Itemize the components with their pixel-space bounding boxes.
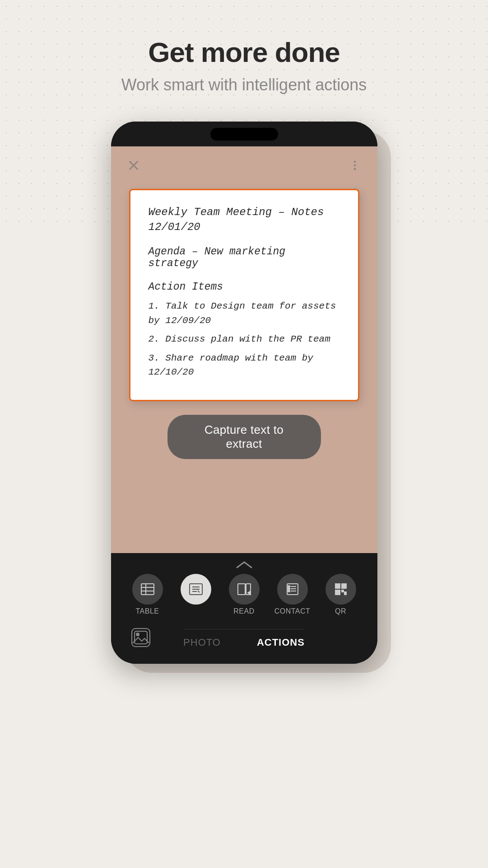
table-icon-bg	[132, 574, 163, 605]
capture-button[interactable]: Capture text to extract	[167, 415, 321, 459]
contact-label: CONTACT	[274, 607, 311, 615]
svg-rect-15	[238, 584, 245, 595]
main-title: Get more done	[121, 36, 367, 68]
chevron-up	[111, 553, 377, 574]
tab-actions[interactable]: ACTIONS	[257, 637, 305, 648]
qr-icon-bg	[325, 574, 356, 605]
svg-rect-32	[344, 592, 346, 595]
phone-mockup: A Weekly Team Meeting – Notes 12/01/20 A…	[111, 122, 377, 664]
icon-read[interactable]: READ	[225, 574, 263, 615]
more-button[interactable]	[345, 155, 365, 175]
doc-date: 12/01/20	[149, 221, 340, 233]
svg-rect-30	[336, 591, 339, 594]
phone-bottom-bar: TABLE	[111, 553, 377, 664]
svg-marker-17	[248, 591, 251, 595]
doc-agenda: Agenda – New marketing strategy	[149, 246, 340, 269]
text-icon-bg	[181, 574, 211, 605]
table-label: TABLE	[136, 607, 159, 615]
gallery-button[interactable]	[129, 626, 153, 651]
bottom-icons-row: TABLE	[111, 574, 377, 620]
icon-table[interactable]: TABLE	[128, 574, 167, 615]
phone-frame: A Weekly Team Meeting – Notes 12/01/20 A…	[111, 122, 377, 664]
svg-point-22	[288, 586, 290, 587]
read-icon-bg	[229, 574, 260, 605]
phone-notch	[210, 128, 278, 141]
svg-point-4	[353, 168, 356, 170]
close-button[interactable]	[124, 155, 144, 175]
phone-top-bar	[111, 122, 377, 146]
svg-rect-28	[343, 585, 345, 587]
header-section: Get more done Work smart with intelligen…	[121, 0, 367, 94]
camera-viewfinder: A Weekly Team Meeting – Notes 12/01/20 A…	[111, 146, 377, 553]
camera-controls	[111, 146, 377, 180]
svg-point-23	[288, 588, 290, 590]
qr-label: QR	[335, 607, 346, 615]
svg-rect-7	[141, 584, 154, 595]
doc-item-2: 2. Discuss plan with the PR team	[149, 332, 340, 347]
svg-rect-31	[342, 590, 344, 592]
tab-photo[interactable]: PHOTO	[183, 637, 221, 648]
icon-contact[interactable]: CONTACT	[273, 574, 311, 615]
contact-icon-bg	[277, 574, 308, 605]
svg-rect-26	[336, 585, 339, 587]
doc-item-3: 3. Share roadmap with team by 12/10/20	[149, 351, 340, 380]
page: Get more done Work smart with intelligen…	[0, 0, 488, 868]
svg-point-2	[353, 161, 356, 163]
svg-point-3	[353, 164, 356, 167]
doc-item-1: 1. Talk to Design team for assets by 12/…	[149, 299, 340, 328]
icon-qr[interactable]: QR	[321, 574, 360, 615]
icon-text-active[interactable]	[177, 574, 215, 607]
svg-point-24	[288, 590, 290, 592]
doc-title: Weekly Team Meeting – Notes	[149, 206, 340, 218]
sub-title: Work smart with intelligent actions	[121, 75, 367, 94]
svg-point-35	[136, 633, 139, 636]
doc-section: Action Items	[149, 281, 340, 293]
document-card: Weekly Team Meeting – Notes 12/01/20 Age…	[129, 189, 359, 401]
bottom-tabs: PHOTO ACTIONS	[183, 629, 305, 652]
read-label: READ	[233, 607, 254, 615]
